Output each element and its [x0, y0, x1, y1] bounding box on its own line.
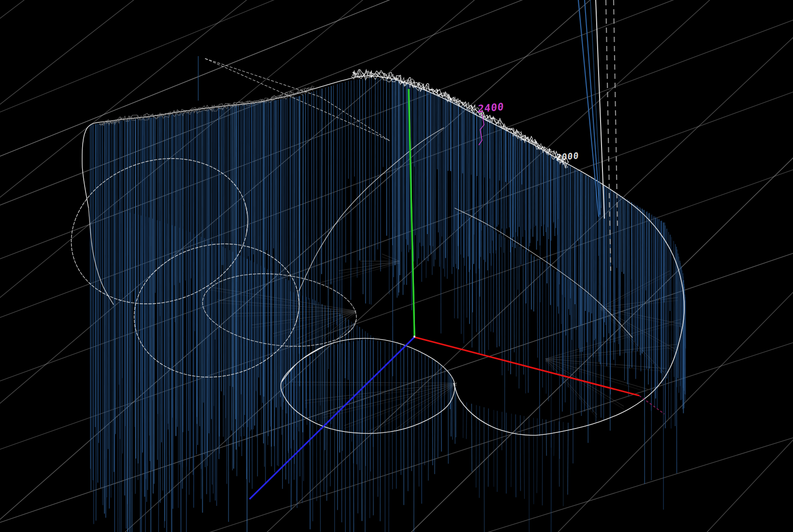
- plunge-line: [514, 243, 514, 353]
- plunge-line: [392, 342, 393, 489]
- plunge-line: [313, 299, 313, 420]
- plunge-line: [612, 190, 613, 265]
- plunge-line: [182, 229, 183, 467]
- plunge-line: [333, 310, 334, 429]
- plunge-line: [389, 342, 389, 532]
- plunge-line: [450, 100, 450, 171]
- plunge-line: [363, 79, 363, 294]
- plunge-line: [288, 281, 289, 453]
- plunge-line: [117, 121, 118, 532]
- plunge-line: [533, 418, 534, 504]
- plunge-line: [255, 103, 255, 426]
- plunge-line: [144, 118, 145, 497]
- plunge-line: [270, 101, 270, 427]
- plunge-line: [537, 258, 538, 358]
- plunge-line: [395, 80, 396, 266]
- plunge-line: [303, 359, 304, 481]
- origin-point: [413, 336, 415, 338]
- plunge-line: [537, 418, 537, 493]
- plunge-line: [164, 116, 165, 528]
- plunge-line: [350, 342, 350, 532]
- plunge-line: [603, 306, 604, 420]
- plunge-line: [620, 196, 620, 356]
- lead-in-line: [320, 97, 390, 141]
- plunge-line: [147, 118, 147, 502]
- plunge-line: [224, 107, 224, 395]
- plunge-line: [274, 101, 274, 249]
- plunge-line: [309, 298, 310, 445]
- plunge-line: [122, 211, 123, 378]
- plunge-line: [443, 98, 444, 269]
- plunge-line: [328, 308, 329, 369]
- plunge-line: [551, 420, 552, 532]
- plunge-line: [523, 249, 524, 375]
- plunge-line: [240, 255, 241, 436]
- plunge-line: [628, 201, 629, 397]
- plunge-line: [155, 117, 156, 293]
- plunge-line: [99, 124, 99, 443]
- plunge-line: [93, 124, 93, 480]
- plunge-line: [447, 99, 447, 279]
- contour-left-wall-edge: [88, 208, 114, 305]
- plunge-line: [108, 122, 109, 449]
- fan-line: [251, 311, 356, 325]
- plunge-line: [288, 98, 288, 451]
- plunge-line: [168, 224, 168, 430]
- plunge-line: [421, 88, 421, 247]
- plunge-line: [370, 340, 370, 518]
- plunge-line: [294, 367, 294, 480]
- plunge-line: [546, 264, 546, 394]
- plunge-line: [481, 115, 481, 257]
- plunge-line: [160, 221, 161, 316]
- plunge-line: [519, 138, 520, 227]
- plunge-line: [484, 117, 484, 260]
- plunge-line: [664, 222, 665, 302]
- plunge-line: [545, 152, 546, 232]
- plunge-line: [568, 423, 568, 495]
- plunge-line: [434, 93, 434, 266]
- plunge-line: [602, 184, 602, 318]
- plunge-line: [345, 82, 346, 263]
- plunge-line: [488, 227, 489, 350]
- plunge-line: [242, 105, 242, 456]
- viewport-3d[interactable]: 24002000: [0, 0, 793, 532]
- plunge-line: [375, 78, 375, 261]
- plunge-line: [665, 225, 666, 428]
- plunge-line: [574, 168, 574, 328]
- plunge-line: [467, 216, 467, 318]
- plunge-line: [534, 146, 534, 227]
- plunge-line: [425, 355, 425, 465]
- plunge-line: [417, 87, 417, 266]
- plunge-line: [414, 350, 414, 532]
- plunge-line: [316, 353, 317, 501]
- plunge-line: [518, 136, 518, 290]
- plunge-line: [452, 101, 452, 274]
- plunge-line: [205, 110, 206, 467]
- plunge-line: [250, 104, 250, 483]
- plunge-line: [222, 107, 222, 265]
- plunge-line: [596, 181, 597, 345]
- fan-line: [601, 300, 678, 310]
- plunge-line: [629, 201, 630, 368]
- grid-line: [0, 0, 398, 532]
- plunge-line: [614, 192, 615, 343]
- plunge-line: [267, 269, 268, 445]
- plunge-line: [157, 220, 158, 414]
- plunge-line: [189, 112, 190, 495]
- plunge-line: [142, 118, 142, 532]
- plunge-line: [646, 212, 646, 290]
- plunge-line: [529, 142, 529, 252]
- plunge-line: [442, 97, 442, 236]
- plunge-line: [677, 250, 677, 387]
- fan-line: [545, 361, 648, 392]
- plunge-line: [169, 115, 169, 494]
- plunge-line: [396, 80, 397, 298]
- plunge-line: [499, 126, 500, 181]
- plunge-line: [358, 341, 358, 514]
- plunge-line: [487, 119, 487, 226]
- plunge-line: [522, 139, 522, 184]
- plunge-line: [501, 127, 502, 229]
- plunge-line: [292, 98, 293, 383]
- plunge-line: [484, 407, 485, 532]
- plunge-line: [261, 266, 262, 433]
